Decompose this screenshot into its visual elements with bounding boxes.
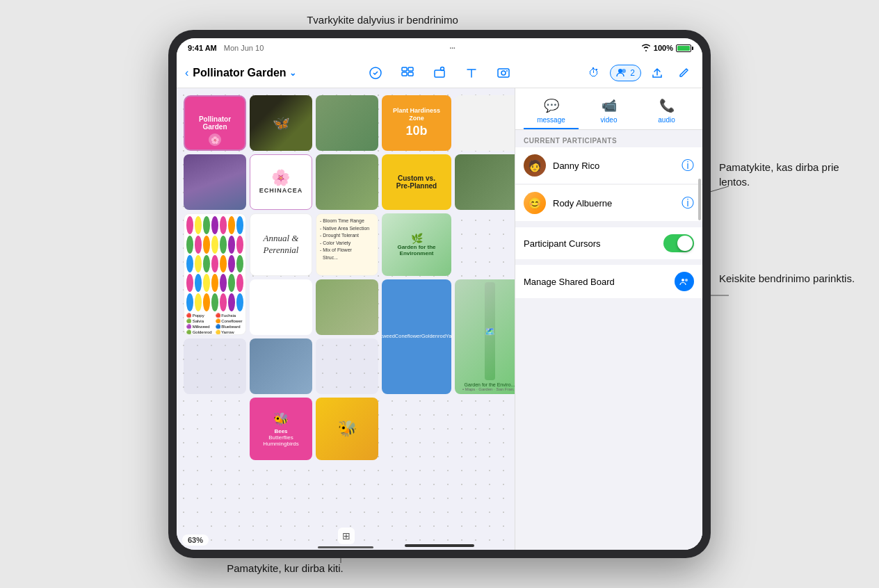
- status-center: ···: [449, 44, 455, 52]
- empty-row6: [316, 338, 378, 394]
- svg-point-17: [685, 279, 688, 281]
- zoom-level: 63%: [188, 536, 203, 544]
- annotation-bottom-text: Pamatykite, kur dirba kiti.: [227, 562, 344, 574]
- colorful-grid-card: 🔴 Poppy🔴 Fuchsia 🟢 Salvia🟠 Coneflower 🟣 …: [184, 213, 246, 335]
- toolbar-right: ⏱ 2: [583, 63, 694, 83]
- home-indicator: [405, 544, 474, 547]
- garden-map2-card: 🗺️ Garden for the Enviro... • Maps · Gar…: [455, 279, 515, 394]
- svg-rect-8: [408, 72, 413, 76]
- message-tab-label: message: [537, 116, 565, 124]
- toolbar-center-tools: [365, 63, 514, 83]
- toolbar: ‹ Pollinator Garden ⌄: [177, 58, 702, 88]
- annual-perennial-card: Annual &Perennial: [250, 213, 312, 276]
- text-tool-icon[interactable]: [461, 63, 482, 83]
- garden-map-card: 🌿 Garden for theEnvironment: [382, 213, 451, 276]
- pollinator-garden-card: Pollinator Garden 🌸: [184, 95, 246, 151]
- manage-shared-board-row[interactable]: Manage Shared Board: [515, 265, 702, 298]
- danny-avatar: 🧑: [524, 154, 546, 177]
- battery-icon: [676, 44, 691, 52]
- battery-percent: 100%: [654, 44, 673, 52]
- audio-tab-label: audio: [658, 116, 675, 124]
- date: Mon Jun 10: [224, 44, 264, 52]
- echinacea-sketch-card: 🌸 ECHINACEA: [250, 154, 312, 210]
- history-icon[interactable]: ⏱: [583, 63, 604, 83]
- butterfly-photo-card: 🦋: [250, 95, 312, 151]
- scroll-indicator: [318, 546, 373, 548]
- svg-point-13: [506, 70, 508, 72]
- photo-row5: [250, 338, 312, 394]
- time: 9:41 AM: [188, 44, 217, 52]
- video-tab-label: video: [601, 116, 618, 124]
- svg-point-12: [501, 71, 506, 75]
- panel-scrollbar: [698, 179, 701, 220]
- audio-tab-icon: 📞: [659, 98, 675, 113]
- tab-video[interactable]: 📹 video: [581, 94, 636, 129]
- empty-top-right: [455, 95, 515, 151]
- svg-rect-7: [402, 72, 407, 76]
- outer-container: Tvarkykite dalyvius ir bendrinimo parink…: [0, 0, 879, 588]
- svg-point-15: [622, 69, 626, 73]
- pencil-tool-icon[interactable]: [365, 63, 386, 83]
- svg-rect-9: [435, 70, 444, 77]
- participant-danny[interactable]: 🧑 Danny Rico ⓘ: [515, 147, 702, 183]
- rody-avatar: 😊: [524, 192, 546, 214]
- share-icon[interactable]: [647, 63, 668, 83]
- svg-rect-6: [408, 67, 413, 71]
- handwriting-card2: [250, 279, 312, 335]
- rody-name: Rody Albuerne: [553, 198, 675, 209]
- custom-planned-card: Custom vs.Pre-Planned: [382, 154, 451, 210]
- status-bar: 9:41 AM Mon Jun 10 ··· 100%: [177, 38, 702, 58]
- edit-icon[interactable]: [673, 63, 694, 83]
- manage-label: Manage Shared Board: [524, 277, 668, 287]
- plant-hardiness-card: Plant Hardiness Zone 10b: [382, 95, 451, 151]
- svg-point-16: [682, 279, 684, 281]
- cursors-toggle-label: Participant Cursors: [524, 238, 656, 249]
- annotation-bottom: Pamatykite, kur dirba kiti.: [216, 561, 355, 575]
- title-caret[interactable]: ⌄: [289, 68, 296, 78]
- photo-tool-icon[interactable]: [493, 63, 514, 83]
- zoom-badge: 63%: [182, 534, 209, 546]
- shapes-tool-icon[interactable]: [429, 63, 450, 83]
- rody-action-icon[interactable]: ⓘ: [682, 195, 694, 211]
- bees-card: 🐝 Bees Butterflies Hummingbirds: [250, 398, 312, 460]
- wildflower-card: [316, 279, 378, 335]
- board-title: Pollinator Garden ⌄: [193, 67, 296, 79]
- empty-card-1: [316, 95, 378, 151]
- tab-audio[interactable]: 📞 audio: [639, 94, 694, 129]
- collab-count: 2: [630, 68, 635, 78]
- svg-rect-11: [498, 69, 509, 77]
- meadow-card: [316, 154, 378, 210]
- dots: ···: [449, 44, 455, 52]
- plant-ideas-card: Plant Ideas Stonecrop Milkweed Coneflowe…: [382, 279, 451, 394]
- tab-message[interactable]: 💬 message: [524, 94, 579, 129]
- grid-tool-icon[interactable]: [397, 63, 418, 83]
- message-tab-icon: 💬: [544, 98, 559, 113]
- svg-point-10: [441, 67, 444, 70]
- bee-photo-card: 🐝: [316, 398, 378, 460]
- participant-cursors-row: Participant Cursors: [515, 227, 702, 259]
- cursors-toggle[interactable]: [663, 234, 694, 252]
- manage-icon: [675, 272, 694, 291]
- annotation-right-top: Pamatykite, kas dirba prie lentos.: [719, 160, 858, 189]
- annotation-right-bottom: Keiskite bendrinimo parinktis.: [719, 271, 858, 286]
- purple-flowers-card: [184, 154, 246, 210]
- danny-action-icon[interactable]: ⓘ: [682, 157, 694, 174]
- ipad-frame: 9:41 AM Mon Jun 10 ··· 100%: [168, 30, 711, 558]
- annotation-right-top-text: Pamatykite, kas dirba prie lentos.: [719, 161, 839, 188]
- back-button[interactable]: ‹: [185, 67, 188, 79]
- participant-rody[interactable]: 😊 Rody Albuerne ⓘ: [515, 184, 702, 221]
- bloom-list-card: - Bloom Time Range - Native Area Selecti…: [316, 213, 378, 276]
- empty-row5: [184, 338, 246, 394]
- meadow-card2: [455, 154, 515, 210]
- board-title-text: Pollinator Garden: [193, 67, 286, 79]
- danny-name: Danny Rico: [553, 161, 675, 171]
- status-right: 100%: [641, 44, 691, 53]
- collaborators-button[interactable]: 2: [610, 65, 641, 81]
- grid-view-icon[interactable]: ⊞: [338, 528, 355, 544]
- svg-rect-5: [402, 67, 407, 71]
- collab-panel: 💬 message 📹 video 📞 audio CUR: [515, 88, 702, 550]
- annotation-right-bottom-text: Keiskite bendrinimo parinktis.: [719, 272, 855, 284]
- canvas-area: Pollinator Garden 🌸 🦋 Plant Hardiness Zo…: [177, 88, 702, 550]
- participants-section-title: CURRENT PARTICIPANTS: [515, 130, 702, 147]
- status-left: 9:41 AM Mon Jun 10: [188, 44, 264, 52]
